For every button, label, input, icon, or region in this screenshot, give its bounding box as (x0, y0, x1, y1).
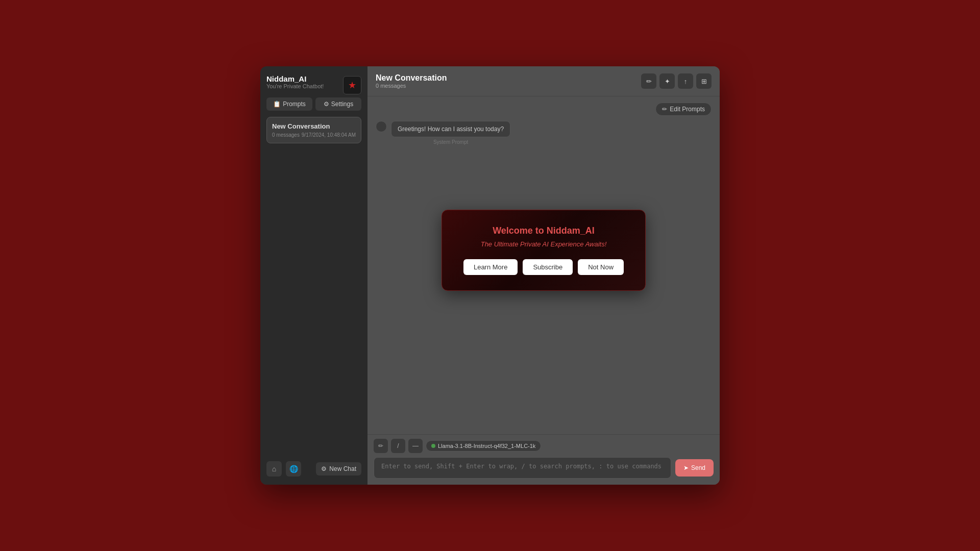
new-chat-button[interactable]: ⚙ New Chat (316, 462, 361, 475)
toolbar-edit-icon: ✏ (378, 442, 383, 449)
edit-prompts-icon: ✏ (662, 106, 667, 113)
footer-icons: ⌂ 🌐 (266, 461, 301, 477)
sidebar-footer: ⌂ 🌐 ⚙ New Chat (266, 461, 361, 477)
chat-input-area: ✏ / — Llama-3.1-8B-Instruct-q4f32_1-MLC-… (368, 434, 720, 485)
welcome-subtitle: The Ultimate Private AI Experience Await… (456, 240, 631, 248)
app-info: Niddam_AI You're Private Chatbot! (266, 74, 324, 95)
settings-nav-icon: ⚙ (324, 101, 329, 108)
chat-title-group: New Conversation 0 messages (376, 73, 447, 89)
sidebar-header: Niddam_AI You're Private Chatbot! ★ (266, 74, 361, 95)
edit-prompts-label: Edit Prompts (670, 106, 705, 113)
subscribe-button[interactable]: Subscribe (523, 259, 573, 275)
modal-buttons: Learn More Subscribe Not Now (456, 259, 631, 275)
upload-icon: ↑ (684, 78, 688, 85)
toolbar-dash-button[interactable]: — (408, 439, 423, 453)
input-row: ➤ Send (374, 457, 714, 479)
sidebar: Niddam_AI You're Private Chatbot! ★ 📋 Pr… (260, 66, 368, 485)
conversation-title: New Conversation (272, 122, 356, 130)
conversation-meta: 0 messages 9/17/2024, 10:48:04 AM (272, 132, 356, 138)
app-container: Niddam_AI You're Private Chatbot! ★ 📋 Pr… (260, 66, 720, 485)
main-chat: New Conversation 0 messages ✏ ✦ ↑ ⊞ (368, 66, 720, 485)
edit-prompts-button[interactable]: ✏ Edit Prompts (655, 103, 712, 116)
welcome-title: Welcome to Niddam_AI (456, 226, 631, 236)
prompts-nav-icon: 📋 (273, 101, 281, 108)
conversation-date: 9/17/2024, 10:48:04 AM (302, 132, 356, 138)
toolbar-dash-icon: — (412, 442, 419, 449)
prompts-nav-button[interactable]: 📋 Prompts (266, 97, 312, 111)
model-name: Llama-3.1-8B-Instruct-q4f32_1-MLC-1k (438, 443, 535, 449)
grid-icon-button[interactable]: ⊞ (696, 73, 712, 89)
avatar[interactable]: ★ (343, 76, 361, 94)
grid-icon: ⊞ (701, 78, 707, 85)
learn-more-button[interactable]: Learn More (463, 259, 518, 275)
avatar-star-icon: ★ (348, 80, 356, 91)
home-button[interactable]: ⌂ (266, 461, 282, 477)
edit-icon-button[interactable]: ✏ (641, 73, 656, 89)
settings-nav-button[interactable]: ⚙ Settings (315, 97, 361, 111)
star-icon: ✦ (665, 78, 670, 85)
toolbar-slash-icon: / (397, 442, 399, 449)
model-status-dot (431, 444, 435, 448)
system-prompt-bubble: Greetings! How can I assist you today? (391, 121, 510, 137)
chat-body: ✏ Edit Prompts Greetings! How can I assi… (368, 96, 720, 434)
input-toolbar: ✏ / — Llama-3.1-8B-Instruct-q4f32_1-MLC-… (374, 439, 714, 453)
prompts-nav-label: Prompts (283, 101, 306, 108)
app-subtitle: You're Private Chatbot! (266, 83, 324, 89)
settings-nav-label: Settings (331, 101, 353, 108)
star-icon-button[interactable]: ✦ (659, 73, 675, 89)
system-avatar (376, 121, 387, 132)
toolbar-slash-button[interactable]: / (391, 439, 405, 453)
system-prompt-text: Greetings! How can I assist you today? (398, 126, 504, 133)
header-actions: ✏ ✦ ↑ ⊞ (641, 73, 712, 89)
globe-icon: 🌐 (289, 465, 298, 473)
send-button[interactable]: ➤ Send (675, 459, 714, 477)
new-chat-label: New Chat (329, 465, 356, 472)
welcome-modal: Welcome to Niddam_AI The Ultimate Privat… (442, 210, 646, 291)
home-icon: ⌂ (272, 465, 276, 473)
send-label: Send (691, 464, 705, 471)
new-chat-icon: ⚙ (321, 465, 327, 472)
conversation-item[interactable]: New Conversation 0 messages 9/17/2024, 1… (266, 117, 361, 143)
chat-title: New Conversation (376, 73, 447, 83)
upload-icon-button[interactable]: ↑ (678, 73, 693, 89)
chat-header: New Conversation 0 messages ✏ ✦ ↑ ⊞ (368, 66, 720, 96)
system-prompt-label: System Prompt (391, 139, 510, 145)
app-name: Niddam_AI (266, 74, 324, 83)
not-now-button[interactable]: Not Now (578, 259, 624, 275)
send-icon: ➤ (683, 464, 689, 471)
globe-button[interactable]: 🌐 (286, 461, 301, 477)
chat-input-field[interactable] (374, 457, 671, 479)
pencil-icon: ✏ (646, 78, 652, 85)
model-selector[interactable]: Llama-3.1-8B-Instruct-q4f32_1-MLC-1k (426, 440, 541, 452)
chat-message-count: 0 messages (376, 83, 447, 89)
system-prompt-container: Greetings! How can I assist you today? S… (376, 121, 712, 145)
toolbar-edit-button[interactable]: ✏ (374, 439, 388, 453)
conversation-messages: 0 messages (272, 132, 300, 138)
sidebar-nav: 📋 Prompts ⚙ Settings (266, 97, 361, 111)
